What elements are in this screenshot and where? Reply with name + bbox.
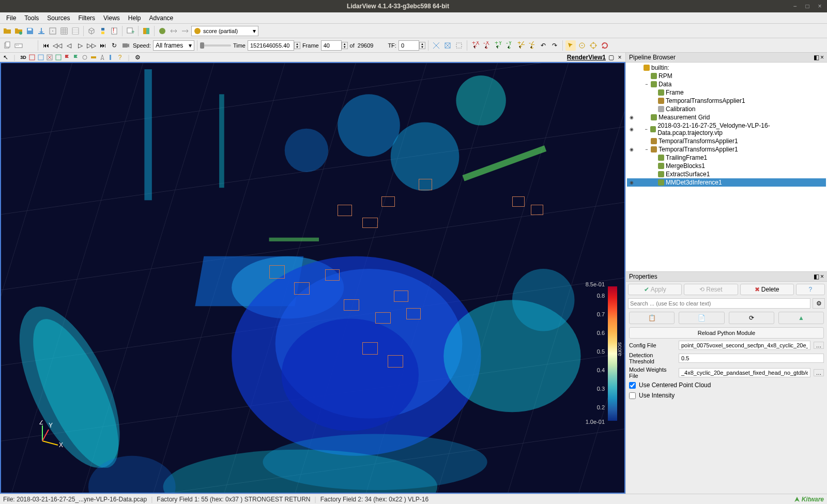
tree-item[interactable]: ExtractSurface1 [627, 170, 826, 178]
weights-input[interactable] [679, 368, 810, 377]
menu-views[interactable]: Views [99, 13, 124, 23]
properties-search-input[interactable] [628, 298, 810, 309]
reset-camera-icon[interactable] [431, 40, 441, 51]
box-red-icon[interactable] [28, 54, 36, 61]
spreadsheet-icon[interactable] [25, 40, 35, 51]
properties-undock-icon[interactable]: ◧ [814, 273, 819, 280]
copy-icon[interactable] [2, 40, 12, 51]
visibility-icon[interactable] [628, 97, 635, 104]
visibility-icon[interactable] [628, 138, 635, 145]
paste-props-icon[interactable]: 📄 [679, 312, 724, 324]
properties-close-icon[interactable]: × [820, 273, 824, 280]
visibility-icon[interactable] [628, 89, 635, 96]
delete-button[interactable]: ✖Delete [740, 284, 794, 295]
next-frame-icon[interactable]: ▷▷ [86, 40, 97, 51]
menu-tools[interactable]: Tools [20, 13, 43, 23]
menu-advance[interactable]: Advance [145, 13, 178, 23]
minus-y-icon[interactable]: -Y [504, 40, 514, 51]
threshold-input[interactable] [679, 354, 824, 363]
minus-z-icon[interactable]: -Z [527, 40, 537, 51]
menu-sources[interactable]: Sources [43, 13, 74, 23]
gear-mini-icon[interactable]: ⚙ [134, 54, 141, 61]
target2-icon[interactable] [588, 40, 599, 51]
target1-icon[interactable] [577, 40, 587, 51]
error-log-icon[interactable]: ! [109, 26, 119, 36]
tree-toggle[interactable]: − [644, 147, 649, 152]
rescale-icon[interactable] [169, 26, 179, 36]
tree-item[interactable]: TemporalTransformsApplier1 [627, 97, 826, 105]
maximize-icon[interactable]: □ [804, 3, 810, 9]
time-input[interactable] [248, 40, 294, 51]
play-back-icon[interactable]: ◁ [64, 40, 74, 51]
visibility-icon[interactable] [628, 162, 635, 170]
pipeline-close-icon[interactable]: × [820, 54, 824, 61]
compass-icon[interactable] [99, 54, 106, 61]
visibility-icon[interactable] [628, 126, 635, 133]
pipeline-tree[interactable]: builtin:RPM−DataFrameTemporalTransformsA… [626, 63, 827, 271]
plus-y-icon[interactable]: +Y [493, 40, 503, 51]
plus-z-icon[interactable]: +Z [515, 40, 526, 51]
visibility-icon[interactable] [628, 64, 635, 71]
tree-item[interactable]: RPM [627, 72, 826, 80]
tree-item[interactable]: −TemporalTransformsApplier1 [627, 145, 826, 154]
origin-icon[interactable] [81, 54, 88, 61]
ruler-icon[interactable] [90, 54, 97, 61]
copy-props-icon[interactable]: 📋 [629, 312, 675, 324]
select-point-icon[interactable] [565, 40, 576, 51]
zoom-data-icon[interactable] [442, 40, 453, 51]
tree-item[interactable]: Calibration [627, 105, 826, 113]
box-blue-icon[interactable] [37, 54, 44, 61]
first-frame-icon[interactable]: ⏮ [41, 40, 51, 51]
colormap-dropdown[interactable]: score (partial) ▾ [191, 26, 258, 36]
tree-item[interactable]: MMDet3dInference1 [627, 178, 826, 187]
properties-gear-icon[interactable]: ⚙ [813, 298, 825, 309]
apply-button[interactable]: ✔Apply [628, 284, 682, 295]
colorbar-icon[interactable] [108, 54, 115, 61]
rotate-cw-icon[interactable]: ↷ [549, 40, 560, 51]
last-frame-icon[interactable]: ⏭ [98, 40, 108, 51]
visibility-icon[interactable] [628, 81, 635, 88]
box-del-icon[interactable] [46, 54, 53, 61]
tree-item[interactable]: Measurement Grid [627, 113, 826, 121]
play-icon[interactable]: ▷ [75, 40, 85, 51]
tree-item[interactable]: −2018-03-21-16-27-25_Velodyne-VLP-16-Dat… [627, 121, 826, 137]
weights-browse-button[interactable]: … [814, 369, 824, 376]
3d-icon[interactable]: 3D [20, 54, 27, 61]
tree-toggle[interactable]: − [644, 82, 649, 87]
centered-checkbox[interactable] [629, 382, 636, 389]
3d-viewport[interactable]: 8.5e-01 0.8 0.7 0.6 0.5 0.4 0.3 0.2 1.0e… [0, 62, 625, 494]
plus-x-icon[interactable]: +X [470, 40, 480, 51]
menu-filters[interactable]: Filters [74, 13, 99, 23]
visibility-icon[interactable] [628, 72, 635, 80]
color-palette-icon[interactable] [141, 26, 151, 36]
config-browse-button[interactable]: … [814, 342, 824, 349]
prev-frame-icon[interactable]: ◁◁ [52, 40, 63, 51]
add-source-icon[interactable]: + [125, 26, 135, 36]
save-props-icon[interactable]: ▲ [778, 312, 824, 324]
csv-icon[interactable] [59, 26, 69, 36]
tf-input[interactable] [399, 40, 419, 51]
help-button[interactable]: ? [796, 284, 825, 295]
intensity-checkbox[interactable] [629, 392, 636, 399]
tree-toggle[interactable]: − [644, 127, 648, 132]
menu-file[interactable]: File [2, 13, 20, 23]
view-max-icon[interactable]: ▢ [607, 54, 615, 61]
cube-icon[interactable] [86, 26, 97, 36]
refresh-icon[interactable] [600, 40, 610, 51]
reload-python-button[interactable]: Reload Python Module [629, 327, 824, 339]
cursor-icon[interactable]: ↖ [2, 54, 9, 61]
visibility-icon[interactable] [628, 154, 635, 161]
tree-item[interactable]: −Data [627, 80, 826, 88]
config-file-input[interactable] [679, 341, 810, 350]
speed-dropdown[interactable]: All frames▾ [153, 40, 194, 51]
save-icon[interactable] [25, 26, 35, 36]
zoom-box-icon[interactable] [454, 40, 464, 51]
tree-item[interactable]: builtin: [627, 64, 826, 72]
help-icon[interactable]: ? [116, 54, 124, 61]
tree-item[interactable]: MergeBlocks1 [627, 162, 826, 170]
point-select-icon[interactable] [48, 26, 58, 36]
tf-down[interactable]: ▼ [420, 45, 425, 49]
reset-button[interactable]: ⟲Reset [684, 284, 738, 295]
close-icon[interactable]: × [817, 3, 823, 9]
time-down[interactable]: ▼ [295, 45, 300, 49]
